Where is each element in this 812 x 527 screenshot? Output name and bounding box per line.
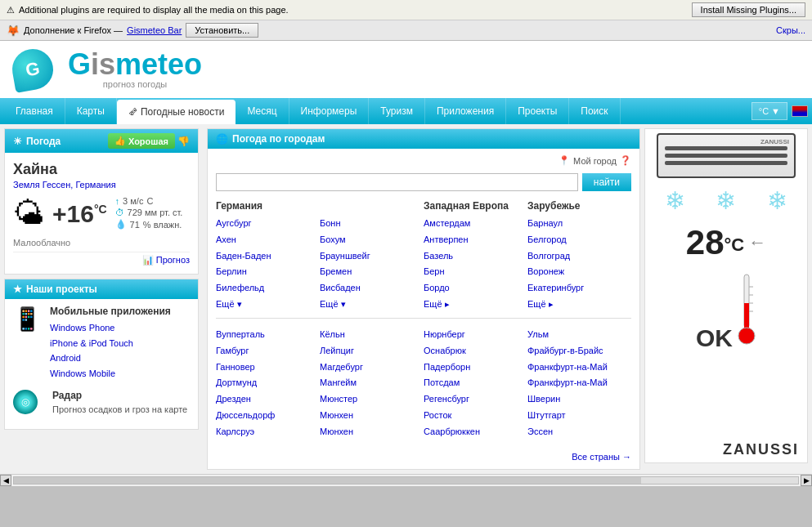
city-link[interactable]: Кёльн: [320, 327, 424, 343]
windows-phone-link[interactable]: Windows Phone: [50, 320, 171, 336]
city-link[interactable]: Мюнстер: [320, 391, 424, 408]
city-link[interactable]: Саарбрюккен: [424, 424, 527, 440]
city-link[interactable]: Вупперталь: [216, 327, 320, 343]
snowflake-icon-2: ❄: [716, 186, 736, 215]
city-link[interactable]: Фрайбург-в-Брайс: [527, 343, 631, 360]
city-search-button[interactable]: найти: [582, 173, 631, 191]
city-link[interactable]: Воронеж: [527, 264, 631, 280]
city-link[interactable]: Франкфурт-на-Май: [527, 360, 631, 376]
city-link[interactable]: Берлин: [216, 264, 320, 280]
city-link[interactable]: Висбаден: [320, 280, 424, 297]
my-city-area[interactable]: 📍 Мой город ❓: [559, 155, 631, 166]
nav-item-tourism[interactable]: Туризм: [369, 98, 425, 124]
addon-bar: 🦊 Дополнение к Firefox — Gismeteo Bar Ус…: [0, 20, 812, 41]
city-search-input[interactable]: [216, 173, 578, 191]
city-link[interactable]: Бремен: [320, 264, 424, 280]
city-link[interactable]: Мангейм: [320, 375, 424, 391]
nav-temp-toggle[interactable]: °C ▼: [751, 102, 787, 120]
city-link[interactable]: Нюрнберг: [424, 327, 527, 343]
firefox-icon: 🦊: [7, 25, 20, 37]
addon-install-button[interactable]: Установить...: [186, 23, 258, 38]
center-panel: 🌐 Погода по городам 📍 Мой город ❓: [207, 128, 640, 470]
city-link[interactable]: Шверин: [527, 391, 631, 408]
ok-thermo-row: OK: [696, 270, 756, 352]
install-plugins-button[interactable]: Install Missing Plugins...: [692, 2, 805, 17]
city-link[interactable]: Баден-Баден: [216, 248, 320, 265]
warning-icon: ⚠: [7, 5, 15, 16]
city-link[interactable]: Карлсруэ: [216, 424, 320, 440]
city-link[interactable]: Екатеринбург: [527, 280, 631, 297]
thumb-down-icon[interactable]: 👎: [177, 136, 190, 147]
city-link[interactable]: Оснабрюк: [424, 343, 527, 360]
city-link[interactable]: Падерборн: [424, 360, 527, 376]
city-link[interactable]: Аугсбург: [216, 216, 320, 232]
nav-language-flag[interactable]: [792, 105, 808, 117]
temp-display-row: 28 °С ←: [686, 223, 766, 262]
city-link[interactable]: Бордо: [424, 280, 527, 297]
city-link[interactable]: Брауншвейг: [320, 248, 424, 265]
city-link[interactable]: Амстердам: [424, 216, 527, 232]
city-link[interactable]: Билефельд: [216, 280, 320, 297]
more-west-btn[interactable]: Ещё ▸: [424, 299, 450, 310]
city-link[interactable]: Барнаул: [527, 216, 631, 232]
city-link[interactable]: Ахен: [216, 232, 320, 248]
city-link[interactable]: Антверпен: [424, 232, 527, 248]
gismeteo-bar-link[interactable]: Gismeteo Bar: [127, 25, 182, 35]
nav-item-month[interactable]: Месяц: [236, 98, 289, 124]
projects-content: 📱 Мобильные приложения Windows Phone iPh…: [5, 299, 198, 429]
help-icon: ❓: [620, 155, 631, 166]
iphone-link[interactable]: iPhone & iPod Touch: [50, 336, 171, 351]
city-link[interactable]: Бонн: [320, 216, 424, 232]
nav-item-projects[interactable]: Проекты: [506, 98, 569, 124]
nav-item-informers[interactable]: Информеры: [289, 98, 370, 124]
scrollbar-track[interactable]: [13, 476, 799, 485]
nav-item-home[interactable]: Главная: [4, 98, 65, 124]
scrollbar-thumb[interactable]: [14, 477, 641, 484]
ad-box: ZANUSSI ❄ ❄ ❄ 28: [644, 128, 808, 463]
city-link[interactable]: Волгоград: [527, 248, 631, 265]
ac-vent-3: [665, 161, 787, 165]
more-germany-btn[interactable]: Ещё ▾: [216, 299, 242, 310]
city-link[interactable]: Росток: [424, 408, 527, 424]
more-abroad-btn[interactable]: Ещё ▸: [527, 299, 554, 310]
logo-g: G: [68, 47, 91, 81]
city-link[interactable]: Берн: [424, 264, 527, 280]
more-col-1: Вупперталь Гамбург Ганновер Дортмунд Дре…: [216, 327, 320, 440]
city-link[interactable]: Штутгарт: [527, 408, 631, 424]
nav-item-apps[interactable]: Приложения: [425, 98, 506, 124]
nav-item-maps[interactable]: Карты: [65, 98, 117, 124]
city-link[interactable]: Эссен: [527, 424, 631, 440]
nav-item-search[interactable]: Поиск: [569, 98, 620, 124]
nav-item-news[interactable]: 🗞 Погодные новости: [117, 100, 236, 124]
clock-icon: ⏱: [115, 208, 124, 217]
city-link[interactable]: Гамбург: [216, 343, 320, 360]
radar-info: Радар Прогноз осадков и гроз на карте: [52, 390, 187, 414]
city-link[interactable]: Ганновер: [216, 360, 320, 376]
city-link[interactable]: Ульм: [527, 327, 631, 343]
city-link[interactable]: Магдебург: [320, 360, 424, 376]
more-germany2-btn[interactable]: Ещё ▾: [320, 299, 346, 310]
plugin-bar-message: Additional plugins are required to displ…: [19, 5, 289, 15]
projects-box: ★ Наши проекты 📱 Мобильные приложения Wi…: [4, 279, 199, 430]
windows-mobile-link[interactable]: Windows Mobile: [50, 366, 171, 382]
scroll-right-btn[interactable]: ▶: [801, 475, 812, 486]
svg-point-2: [738, 328, 755, 344]
city-link[interactable]: Потсдам: [424, 375, 527, 391]
city-region[interactable]: Земля Гессен, Германия: [13, 180, 190, 190]
android-link[interactable]: Android: [50, 351, 171, 366]
city-link[interactable]: Дрезден: [216, 391, 320, 408]
city-link[interactable]: Дортмунд: [216, 375, 320, 391]
city-link[interactable]: Белгород: [527, 232, 631, 248]
city-link[interactable]: Мюнхен: [320, 408, 424, 424]
forecast-link[interactable]: 📊 Прогноз: [13, 252, 190, 266]
scroll-left-btn[interactable]: ◀: [0, 475, 11, 486]
city-link[interactable]: Лейпциг: [320, 343, 424, 360]
city-link[interactable]: Бохум: [320, 232, 424, 248]
city-link[interactable]: Франкфурт-на-Май: [527, 375, 631, 391]
all-countries-link[interactable]: Все страны →: [572, 452, 631, 462]
city-link[interactable]: Мюнхен: [320, 424, 424, 440]
hide-addon-button[interactable]: Скры...: [776, 25, 805, 35]
city-link[interactable]: Базель: [424, 248, 527, 265]
city-link[interactable]: Регенсбург: [424, 391, 527, 408]
city-link[interactable]: Дюссельдорф: [216, 408, 320, 424]
